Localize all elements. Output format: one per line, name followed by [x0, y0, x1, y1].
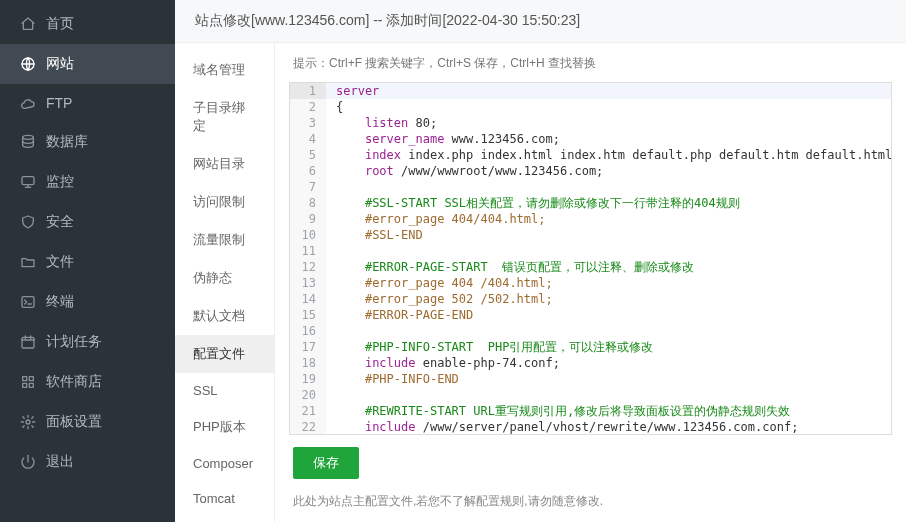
line-number: 1 [290, 83, 326, 99]
sidebar-item-label: 计划任务 [46, 333, 102, 351]
svg-rect-5 [23, 377, 27, 381]
editor-line[interactable]: 13 #error_page 404 /404.html; [290, 275, 891, 291]
editor-line[interactable]: 17 #PHP-INFO-START PHP引用配置，可以注释或修改 [290, 339, 891, 355]
line-code[interactable]: #error_page 404 /404.html; [326, 275, 891, 291]
sidebar-item-logout[interactable]: 退出 [0, 442, 175, 482]
editor-line[interactable]: 11 [290, 243, 891, 259]
line-number: 13 [290, 275, 326, 291]
editor-line[interactable]: 21 #REWRITE-START URL重写规则引用,修改后将导致面板设置的伪… [290, 403, 891, 419]
line-code[interactable]: server_name www.123456.com; [326, 131, 891, 147]
tab-redirect[interactable]: 重定向 [175, 516, 274, 522]
editor-line[interactable]: 1server [290, 83, 891, 99]
line-code[interactable]: listen 80; [326, 115, 891, 131]
svg-rect-2 [22, 177, 34, 185]
sidebar-item-label: 软件商店 [46, 373, 102, 391]
editor-line[interactable]: 19 #PHP-INFO-END [290, 371, 891, 387]
line-code[interactable]: #REWRITE-START URL重写规则引用,修改后将导致面板设置的伪静态规… [326, 403, 891, 419]
folder-icon [20, 254, 36, 270]
svg-rect-6 [29, 377, 33, 381]
line-code[interactable]: #ERROR-PAGE-END [326, 307, 891, 323]
line-code[interactable]: { [326, 99, 891, 115]
editor-footer: 保存 此处为站点主配置文件,若您不了解配置规则,请勿随意修改. [275, 435, 906, 522]
svg-rect-3 [22, 297, 34, 308]
line-code[interactable]: #SSL-START SSL相关配置，请勿删除或修改下一行带注释的404规则 [326, 195, 891, 211]
sidebar-item-label: 文件 [46, 253, 74, 271]
sidebar-item-ftp[interactable]: FTP [0, 84, 175, 122]
editor-line[interactable]: 15 #ERROR-PAGE-END [290, 307, 891, 323]
editor-wrap: 1server2{3 listen 80;4 server_name www.1… [289, 82, 892, 435]
line-code[interactable]: #error_page 502 /502.html; [326, 291, 891, 307]
line-number: 18 [290, 355, 326, 371]
tab-tomcat[interactable]: Tomcat [175, 481, 274, 516]
line-code[interactable]: include enable-php-74.conf; [326, 355, 891, 371]
tab-ssl[interactable]: SSL [175, 373, 274, 408]
tab-composer[interactable]: Composer [175, 446, 274, 481]
editor-line[interactable]: 20 [290, 387, 891, 403]
sidebar-item-panel[interactable]: 面板设置 [0, 402, 175, 442]
sidebar-item-term[interactable]: 终端 [0, 282, 175, 322]
editor-line[interactable]: 12 #ERROR-PAGE-START 错误页配置，可以注释、删除或修改 [290, 259, 891, 275]
tab-domain[interactable]: 域名管理 [175, 51, 274, 89]
svg-rect-8 [29, 383, 33, 387]
sidebar-item-safe[interactable]: 安全 [0, 202, 175, 242]
line-number: 15 [290, 307, 326, 323]
editor-line[interactable]: 2{ [290, 99, 891, 115]
line-number: 16 [290, 323, 326, 339]
editor-line[interactable]: 18 include enable-php-74.conf; [290, 355, 891, 371]
line-code[interactable]: #PHP-INFO-START PHP引用配置，可以注释或修改 [326, 339, 891, 355]
tab-content-config: 提示：Ctrl+F 搜索关键字，Ctrl+S 保存，Ctrl+H 查找替换 1s… [275, 43, 906, 522]
editor-line[interactable]: 16 [290, 323, 891, 339]
line-number: 4 [290, 131, 326, 147]
line-code[interactable]: #error_page 404/404.html; [326, 211, 891, 227]
line-code[interactable]: include /www/server/panel/vhost/rewrite/… [326, 419, 891, 434]
app-sidebar: 首页网站FTP数据库监控安全文件终端计划任务软件商店面板设置退出 [0, 0, 175, 522]
editor-line[interactable]: 9 #error_page 404/404.html; [290, 211, 891, 227]
editor-line[interactable]: 3 listen 80; [290, 115, 891, 131]
site-tabs: 域名管理子目录绑定网站目录访问限制流量限制伪静态默认文档配置文件SSLPHP版本… [175, 43, 275, 522]
line-code[interactable]: #ERROR-PAGE-START 错误页配置，可以注释、删除或修改 [326, 259, 891, 275]
editor-hint: 提示：Ctrl+F 搜索关键字，Ctrl+S 保存，Ctrl+H 查找替换 [275, 43, 906, 82]
tab-defdoc[interactable]: 默认文档 [175, 297, 274, 335]
editor-line[interactable]: 7 [290, 179, 891, 195]
line-code[interactable]: root /www/wwwroot/www.123456.com; [326, 163, 891, 179]
line-number: 8 [290, 195, 326, 211]
sidebar-item-store[interactable]: 软件商店 [0, 362, 175, 402]
line-number: 3 [290, 115, 326, 131]
tab-rewrite[interactable]: 伪静态 [175, 259, 274, 297]
editor-line[interactable]: 22 include /www/server/panel/vhost/rewri… [290, 419, 891, 434]
sidebar-item-monitor[interactable]: 监控 [0, 162, 175, 202]
editor-line[interactable]: 10 #SSL-END [290, 227, 891, 243]
sidebar-item-home[interactable]: 首页 [0, 4, 175, 44]
tab-traffic[interactable]: 流量限制 [175, 221, 274, 259]
tab-config[interactable]: 配置文件 [175, 335, 274, 373]
tab-php[interactable]: PHP版本 [175, 408, 274, 446]
sidebar-item-db[interactable]: 数据库 [0, 122, 175, 162]
tab-access[interactable]: 访问限制 [175, 183, 274, 221]
home-icon [20, 16, 36, 32]
editor-line[interactable]: 4 server_name www.123456.com; [290, 131, 891, 147]
tab-subdir[interactable]: 子目录绑定 [175, 89, 274, 145]
editor-line[interactable]: 8 #SSL-START SSL相关配置，请勿删除或修改下一行带注释的404规则 [290, 195, 891, 211]
sidebar-item-label: 数据库 [46, 133, 88, 151]
tab-sitedir[interactable]: 网站目录 [175, 145, 274, 183]
sidebar-item-label: 监控 [46, 173, 74, 191]
sidebar-item-cron[interactable]: 计划任务 [0, 322, 175, 362]
sidebar-item-site[interactable]: 网站 [0, 44, 175, 84]
line-number: 22 [290, 419, 326, 434]
sidebar-item-files[interactable]: 文件 [0, 242, 175, 282]
editor-line[interactable]: 6 root /www/wwwroot/www.123456.com; [290, 163, 891, 179]
sidebar-item-label: 首页 [46, 15, 74, 33]
line-number: 5 [290, 147, 326, 163]
save-button[interactable]: 保存 [293, 447, 359, 479]
editor-line[interactable]: 5 index index.php index.html index.htm d… [290, 147, 891, 163]
line-code[interactable]: #PHP-INFO-END [326, 371, 891, 387]
shield-icon [20, 214, 36, 230]
config-editor[interactable]: 1server2{3 listen 80;4 server_name www.1… [290, 83, 891, 434]
line-code[interactable]: server [326, 83, 891, 99]
svg-rect-7 [23, 383, 27, 387]
line-code[interactable]: #SSL-END [326, 227, 891, 243]
sidebar-item-label: 终端 [46, 293, 74, 311]
editor-line[interactable]: 14 #error_page 502 /502.html; [290, 291, 891, 307]
line-code[interactable]: index index.php index.html index.htm def… [326, 147, 891, 163]
terminal-icon [20, 294, 36, 310]
